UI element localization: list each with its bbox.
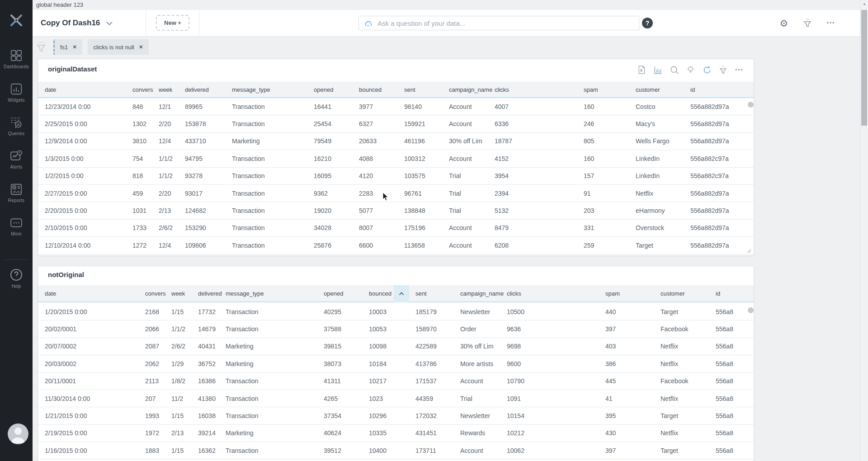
table-cell: 556a882d97a (690, 120, 745, 127)
column-header[interactable]: convers (145, 290, 171, 297)
table-cell: 11/30/2014 0:00 (45, 395, 145, 402)
filter-bar: fs1 ✕ clicks is not null ✕ (33, 36, 860, 58)
widget-toolbar: ••• (637, 65, 745, 75)
column-header[interactable]: clicks (507, 290, 605, 297)
column-header[interactable]: bounced (359, 86, 404, 93)
app-logo[interactable] (8, 12, 25, 29)
filter-funnel-icon[interactable] (36, 41, 46, 53)
search-input[interactable] (377, 19, 639, 28)
settings-gear-icon[interactable]: ⚙ (778, 18, 789, 28)
column-header[interactable]: date (45, 290, 145, 297)
sidebar-item-more[interactable]: More (0, 216, 33, 249)
export-excel-icon[interactable] (637, 65, 647, 75)
column-header[interactable]: week (159, 86, 185, 93)
person-icon (8, 423, 28, 444)
column-header[interactable]: campaign_name (449, 86, 495, 93)
column-header[interactable]: date (45, 86, 132, 93)
table-cell: Trial (460, 395, 507, 402)
new-widget-button[interactable]: New + (156, 15, 189, 31)
table-cell: 431451 (415, 429, 460, 437)
widget-resize-grip[interactable] (746, 248, 751, 253)
table-cell: 16095 (314, 172, 359, 179)
table-row: 1/3/2015 0:007541/1/294795Transaction162… (38, 150, 754, 167)
sidebar-item-reports[interactable]: Reports (0, 183, 33, 216)
sort-ascending-indicator[interactable] (394, 285, 409, 302)
table-cell: 556a8 (716, 308, 752, 315)
column-header[interactable]: spam (605, 290, 660, 297)
column-header[interactable]: customer (636, 86, 690, 93)
table-cell: 459 (132, 190, 159, 197)
widget-filter-icon[interactable] (718, 65, 728, 75)
table-cell: 2283 (359, 190, 404, 197)
table-scrollbar-handle[interactable] (748, 102, 754, 108)
table-cell: 1/1/2 (159, 172, 185, 179)
sidebar-item-dashboards[interactable]: Dashboards (0, 49, 33, 82)
table-cell: 93278 (185, 172, 232, 179)
table-cell: Transaction (232, 155, 314, 162)
column-header[interactable]: campaign_name (460, 290, 507, 297)
table-row: 2/27/2015 0:004592/2093017Transaction936… (38, 185, 754, 202)
scroll-up-arrow-icon[interactable]: ▲ (860, 2, 868, 6)
sidebar-item-queries[interactable]: Queries (0, 116, 33, 149)
chart-type-icon[interactable] (653, 65, 663, 75)
column-header[interactable]: id (716, 290, 752, 297)
table-cell: 397 (605, 447, 660, 454)
help-icon[interactable]: ? (642, 18, 653, 28)
refresh-icon[interactable] (702, 65, 712, 75)
dashboard-filter-icon[interactable] (802, 18, 813, 28)
close-icon[interactable]: ✕ (72, 44, 77, 50)
table-cell: Transaction (226, 395, 324, 402)
widget-more-icon[interactable]: ••• (734, 65, 745, 75)
column-header[interactable]: convers (132, 86, 159, 93)
column-header[interactable]: message_type (226, 290, 324, 297)
table-cell: 556a8 (716, 447, 752, 454)
column-header[interactable]: id (690, 86, 745, 93)
sidebar-item-help[interactable]: Help (0, 268, 33, 289)
table-cell: 1/2/2015 0:00 (45, 172, 132, 179)
table-cell: 4120 (359, 172, 404, 179)
column-header[interactable]: sent (404, 86, 449, 93)
table-cell: 1/1/2 (171, 325, 198, 333)
column-header[interactable]: opened (314, 86, 359, 93)
dashboard-title-dropdown[interactable]: Copy Of Dash16 (41, 10, 113, 36)
table-cell: 2066 (145, 325, 171, 333)
gear-glyph: ⚙ (780, 19, 788, 28)
table-cell: Account (449, 224, 495, 231)
table-cell: 8007 (359, 224, 404, 231)
table-cell: Transaction (232, 103, 314, 110)
column-header[interactable]: delivered (185, 86, 232, 93)
column-header[interactable]: opened (324, 290, 369, 297)
table-cell: 2/25/2015 0:00 (45, 120, 132, 127)
table-cell: 556a882c97a (690, 172, 745, 179)
table-cell: 556a882d97a (690, 190, 745, 197)
table-cell: 37588 (324, 325, 369, 333)
explore-search-icon[interactable] (669, 65, 679, 75)
column-header[interactable]: customer (660, 290, 716, 297)
column-header[interactable]: spam (584, 86, 636, 93)
table-cell: 160 (584, 155, 636, 162)
close-icon[interactable]: ✕ (139, 44, 143, 50)
column-header[interactable]: delivered (198, 290, 226, 297)
table-cell: Transaction (232, 190, 314, 197)
filter-chip-fs1[interactable]: fs1 ✕ (53, 39, 82, 55)
table-cell: 2/6/2 (159, 224, 185, 231)
filter-chip-clicks-not-null[interactable]: clicks is not null ✕ (88, 39, 148, 55)
table-cell: Transaction (232, 172, 314, 179)
table-cell: 91 (584, 190, 636, 197)
insights-bulb-icon[interactable] (685, 65, 696, 75)
sidebar: Dashboards Widgets (0, 0, 33, 461)
user-avatar[interactable] (8, 423, 28, 444)
sidebar-item-label: More (11, 231, 22, 236)
table-cell: 10053 (369, 325, 415, 333)
table-row: 1/20/2015 0:0021681/1517732Transaction40… (38, 303, 754, 320)
column-header[interactable]: clicks (495, 86, 584, 93)
column-header[interactable]: week (171, 290, 198, 297)
column-header[interactable]: message_type (232, 86, 314, 93)
sidebar-item-widgets[interactable]: Widgets (0, 82, 33, 116)
more-options-icon[interactable]: ••• (826, 18, 836, 28)
table-cell: 40624 (324, 429, 369, 437)
sidebar-item-alerts[interactable]: Alerts (0, 149, 33, 183)
scrollbar-thumb[interactable] (861, 10, 867, 126)
column-header[interactable]: sent (415, 290, 460, 297)
table-scrollbar-handle[interactable] (748, 307, 754, 313)
